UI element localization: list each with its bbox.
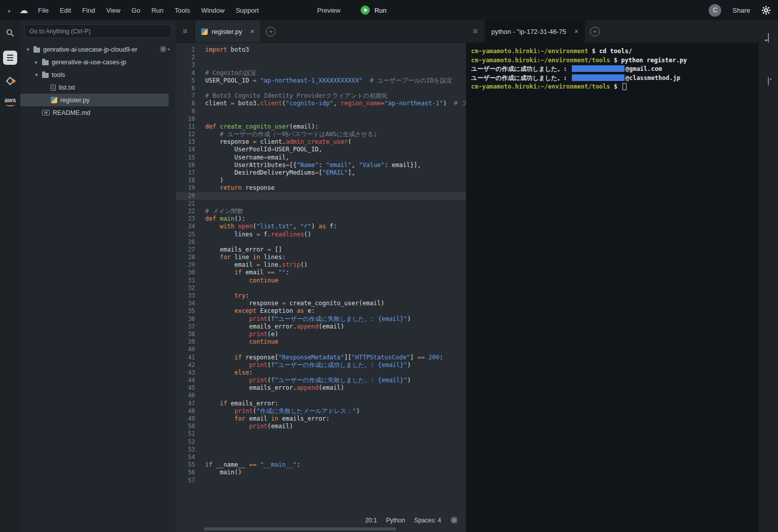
terminal-cursor xyxy=(623,83,627,90)
collapse-menubar-icon[interactable]: ▴ xyxy=(3,8,15,13)
tree-item-genrative-ai-usecase-jp-cloud9-er[interactable]: ▾genrative-ai-usecase-jp-cloud9-er xyxy=(20,43,176,56)
code-text: else: xyxy=(195,369,253,377)
new-terminal-plus-icon[interactable]: + xyxy=(590,27,600,36)
text-icon xyxy=(51,85,56,91)
run-button[interactable]: Run xyxy=(361,6,386,15)
goto-anything-input[interactable] xyxy=(24,24,172,38)
code-editor[interactable]: 1import boto3234# Cognitoの設定5USER_POOL_I… xyxy=(176,44,466,532)
file-explorer-icon[interactable] xyxy=(3,51,17,65)
tree-item-label: README.md xyxy=(53,109,90,116)
debugger-icon[interactable] xyxy=(768,77,769,86)
tree-item-tools[interactable]: ▾tools xyxy=(20,68,176,81)
editor-tab-bar: ≡ register.py × + xyxy=(176,20,466,43)
code-text: email = line.strip() xyxy=(195,261,307,269)
menu-go[interactable]: Go xyxy=(126,5,146,16)
code-text: continue xyxy=(195,277,279,284)
toolkit-diamond-icon[interactable] xyxy=(7,78,13,84)
code-text xyxy=(195,108,205,115)
line-number: 10 xyxy=(176,115,195,123)
code-text: for email in emails_error: xyxy=(195,415,330,423)
line-number: 4 xyxy=(176,69,195,77)
code-text: def create_cognito_user(email): xyxy=(195,123,319,131)
line-number: 11 xyxy=(176,123,195,131)
menu-view[interactable]: View xyxy=(101,5,126,16)
tree-item-label: register.py xyxy=(60,97,90,104)
line-number: 14 xyxy=(176,146,195,153)
code-text xyxy=(195,454,205,461)
tab-terminal[interactable]: python - "ip-172-31-46-75 × xyxy=(485,20,585,43)
menu-find[interactable]: Find xyxy=(76,5,100,16)
code-text xyxy=(195,115,205,123)
menu-edit[interactable]: Edit xyxy=(54,5,76,16)
share-button[interactable]: Share xyxy=(732,7,750,14)
tree-item-generative-ai-use-cases-jp[interactable]: ▸generative-ai-use-cases-jp xyxy=(20,56,176,68)
terminal-tab-menu-icon[interactable]: ≡ xyxy=(466,20,485,43)
cursor-position[interactable]: 20:1 xyxy=(365,517,377,524)
line-number: 12 xyxy=(176,131,195,138)
language-mode[interactable]: Python xyxy=(386,517,405,524)
code-line: 56 main() xyxy=(176,469,466,476)
code-line: 31 continue xyxy=(176,277,466,284)
preview-button[interactable]: Preview xyxy=(317,7,340,14)
file-tree: ▾genrative-ai-usecase-jp-cloud9-er▸gener… xyxy=(20,43,176,119)
close-terminal-tab-icon[interactable]: × xyxy=(574,27,578,35)
line-number: 57 xyxy=(176,477,195,484)
tree-item-readme-md[interactable]: MREADME.md xyxy=(20,106,176,119)
file-tree-panel: ▾ ▾genrative-ai-usecase-jp-cloud9-er▸gen… xyxy=(20,20,176,532)
line-number: 13 xyxy=(176,138,195,146)
code-text: print(e) xyxy=(195,331,279,338)
avatar[interactable]: C xyxy=(709,4,721,17)
editor-tab-menu-icon[interactable]: ≡ xyxy=(176,20,195,43)
code-line: 36 print(f"ユーザーの作成に失敗しました。: {email}") xyxy=(176,315,466,323)
aws-logo-icon[interactable]: aws xyxy=(5,97,16,106)
line-number: 51 xyxy=(176,430,195,438)
line-number: 27 xyxy=(176,246,195,254)
code-text: print(f"ユーザーの作成に成功しました。: {email}") xyxy=(195,361,411,369)
line-number: 45 xyxy=(176,384,195,392)
line-number: 50 xyxy=(176,423,195,430)
spaces-setting[interactable]: Spaces: 4 xyxy=(414,517,441,524)
line-number: 56 xyxy=(176,469,195,476)
search-icon[interactable] xyxy=(6,28,15,37)
line-number: 37 xyxy=(176,323,195,331)
menu-tools[interactable]: Tools xyxy=(169,5,196,16)
tree-item-list-txt[interactable]: list.txt xyxy=(20,81,176,94)
line-number: 55 xyxy=(176,461,195,469)
code-text xyxy=(195,446,205,454)
collaborate-screen-icon[interactable] xyxy=(768,33,769,43)
python-file-icon xyxy=(201,28,208,35)
close-tab-icon[interactable]: × xyxy=(250,27,254,35)
folder-icon xyxy=(42,60,49,65)
code-text: UserPoolId=USER_POOL_ID, xyxy=(195,146,322,153)
line-number: 29 xyxy=(176,261,195,269)
line-number: 28 xyxy=(176,254,195,261)
tree-item-register-py[interactable]: register.py xyxy=(20,94,169,106)
tab-register-py[interactable]: register.py × xyxy=(195,20,261,43)
new-tab-plus-icon[interactable]: + xyxy=(266,27,276,36)
tree-item-label: tools xyxy=(52,71,65,78)
folder-icon xyxy=(33,48,40,53)
code-text xyxy=(195,192,205,200)
code-text: print("作成に失敗したメールアドレス：") xyxy=(195,407,360,415)
line-number: 17 xyxy=(176,169,195,177)
code-text: try: xyxy=(195,292,249,300)
code-line: 14 UserPoolId=USER_POOL_ID, xyxy=(176,146,466,153)
topbar-right: C Share xyxy=(709,4,771,17)
code-line: 23def main(): xyxy=(176,215,466,223)
tree-item-label: generative-ai-use-cases-jp xyxy=(52,59,126,66)
line-number: 52 xyxy=(176,438,195,446)
menu-run[interactable]: Run xyxy=(146,5,169,16)
menu-file[interactable]: File xyxy=(32,5,54,16)
line-number: 1 xyxy=(176,46,195,54)
terminal-body[interactable]: cm-yamamoto.hiroki:~/environment $ cd to… xyxy=(466,43,758,96)
redacted-email xyxy=(572,74,625,81)
code-line: 34 response = create_cognito_user(email) xyxy=(176,300,466,307)
menu-window[interactable]: Window xyxy=(196,5,230,16)
editor-horizontal-scrollbar[interactable] xyxy=(204,527,396,530)
code-line: 54 xyxy=(176,454,466,461)
cloud9-logo-icon[interactable]: ☁ xyxy=(15,5,32,16)
status-gear-icon[interactable] xyxy=(450,516,458,524)
line-number: 30 xyxy=(176,269,195,276)
preferences-gear-icon[interactable] xyxy=(761,6,771,15)
menu-support[interactable]: Support xyxy=(230,5,264,16)
